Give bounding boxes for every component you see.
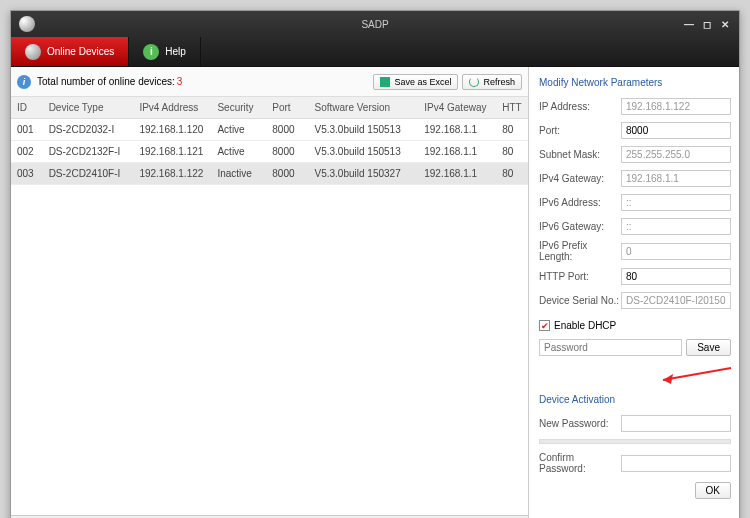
table-cell: 003: [11, 163, 43, 185]
subnet-label: Subnet Mask:: [539, 149, 621, 160]
device-table: ID Device Type IPv4 Address Security Por…: [11, 97, 528, 185]
newpwd-label: New Password:: [539, 418, 621, 429]
serial-input[interactable]: [621, 292, 731, 309]
col-security[interactable]: Security: [211, 97, 266, 119]
ipv6pl-input[interactable]: [621, 243, 731, 260]
ipv6-label: IPv6 Address:: [539, 197, 621, 208]
ipv6gw-input[interactable]: [621, 218, 731, 235]
ip-label: IP Address:: [539, 101, 621, 112]
table-cell: DS-2CD2410F-I: [43, 163, 134, 185]
tab-online-devices[interactable]: Online Devices: [11, 37, 129, 66]
subnet-input[interactable]: [621, 146, 731, 163]
table-cell: 002: [11, 141, 43, 163]
port-input[interactable]: [621, 122, 731, 139]
table-cell: 80: [496, 141, 528, 163]
refresh-button[interactable]: Refresh: [462, 74, 522, 90]
table-cell: 192.168.1.120: [133, 119, 211, 141]
table-cell: 192.168.1.121: [133, 141, 211, 163]
info-icon: i: [17, 75, 31, 89]
table-cell: 192.168.1.1: [418, 141, 496, 163]
table-cell: 192.168.1.1: [418, 163, 496, 185]
new-password-input[interactable]: [621, 415, 731, 432]
left-pane: i Total number of online devices: 3 Save…: [11, 67, 529, 518]
serial-label: Device Serial No.:: [539, 295, 621, 306]
col-device-type[interactable]: Device Type: [43, 97, 134, 119]
admin-password-input[interactable]: [539, 339, 682, 356]
table-cell: DS-2CD2032-I: [43, 119, 134, 141]
device-activation-title: Device Activation: [539, 394, 731, 405]
table-row[interactable]: 001DS-2CD2032-I192.168.1.120Active8000V5…: [11, 119, 528, 141]
tab-help[interactable]: i Help: [129, 37, 201, 66]
table-cell: 192.168.1.1: [418, 119, 496, 141]
minimize-button[interactable]: —: [683, 18, 695, 30]
excel-icon: [380, 77, 390, 87]
ipv6gw-label: IPv6 Gateway:: [539, 221, 621, 232]
col-id[interactable]: ID: [11, 97, 43, 119]
ip-input[interactable]: [621, 98, 731, 115]
tab-label: Help: [165, 46, 186, 57]
dhcp-label: Enable DHCP: [554, 320, 616, 331]
table-cell: 80: [496, 163, 528, 185]
total-devices-label: Total number of online devices:: [37, 76, 175, 87]
maximize-button[interactable]: ◻: [701, 18, 713, 30]
ipv6-input[interactable]: [621, 194, 731, 211]
menubar: Online Devices i Help: [11, 37, 739, 67]
checkbox-icon: ✔: [539, 320, 550, 331]
table-cell: 8000: [266, 163, 308, 185]
confirm-label: Confirm Password:: [539, 452, 621, 474]
table-header-row: ID Device Type IPv4 Address Security Por…: [11, 97, 528, 119]
table-cell: 192.168.1.122: [133, 163, 211, 185]
table-cell: V5.3.0build 150327: [309, 163, 419, 185]
table-cell: Inactive: [211, 163, 266, 185]
devices-icon: [25, 44, 41, 60]
table-cell: Active: [211, 119, 266, 141]
table-cell: 8000: [266, 119, 308, 141]
enable-dhcp-checkbox[interactable]: ✔ Enable DHCP: [539, 320, 731, 331]
device-count: 3: [177, 76, 183, 87]
http-input[interactable]: [621, 268, 731, 285]
app-logo-icon: [19, 16, 35, 32]
table-row[interactable]: 002DS-2CD2132F-I192.168.1.121Active8000V…: [11, 141, 528, 163]
close-button[interactable]: ✕: [719, 18, 731, 30]
tab-label: Online Devices: [47, 46, 114, 57]
right-pane: Modify Network Parameters IP Address: Po…: [529, 67, 739, 518]
toolbar: i Total number of online devices: 3 Save…: [11, 67, 528, 97]
col-ipv4[interactable]: IPv4 Address: [133, 97, 211, 119]
help-icon: i: [143, 44, 159, 60]
http-label: HTTP Port:: [539, 271, 621, 282]
table-cell: 80: [496, 119, 528, 141]
annotation-arrow: [539, 370, 731, 388]
col-software[interactable]: Software Version: [309, 97, 419, 119]
table-cell: V5.3.0build 150513: [309, 141, 419, 163]
window-title: SADP: [361, 19, 388, 30]
col-port[interactable]: Port: [266, 97, 308, 119]
refresh-icon: [469, 77, 479, 87]
password-strength-meter: [539, 439, 731, 444]
table-cell: 001: [11, 119, 43, 141]
app-window: SADP — ◻ ✕ Online Devices i Help i Total…: [10, 10, 740, 518]
save-button[interactable]: Save: [686, 339, 731, 356]
ok-button[interactable]: OK: [695, 482, 731, 499]
gateway-label: IPv4 Gateway:: [539, 173, 621, 184]
table-cell: DS-2CD2132F-I: [43, 141, 134, 163]
gateway-input[interactable]: [621, 170, 731, 187]
titlebar: SADP — ◻ ✕: [11, 11, 739, 37]
port-label: Port:: [539, 125, 621, 136]
device-table-wrap[interactable]: ID Device Type IPv4 Address Security Por…: [11, 97, 528, 515]
table-cell: Active: [211, 141, 266, 163]
table-row[interactable]: 003DS-2CD2410F-I192.168.1.122Inactive800…: [11, 163, 528, 185]
col-gateway[interactable]: IPv4 Gateway: [418, 97, 496, 119]
confirm-password-input[interactable]: [621, 455, 731, 472]
ipv6pl-label: IPv6 Prefix Length:: [539, 240, 621, 262]
modify-params-title: Modify Network Parameters: [539, 77, 731, 88]
col-http[interactable]: HTT: [496, 97, 528, 119]
table-cell: 8000: [266, 141, 308, 163]
table-cell: V5.3.0build 150513: [309, 119, 419, 141]
save-as-excel-button[interactable]: Save as Excel: [373, 74, 458, 90]
